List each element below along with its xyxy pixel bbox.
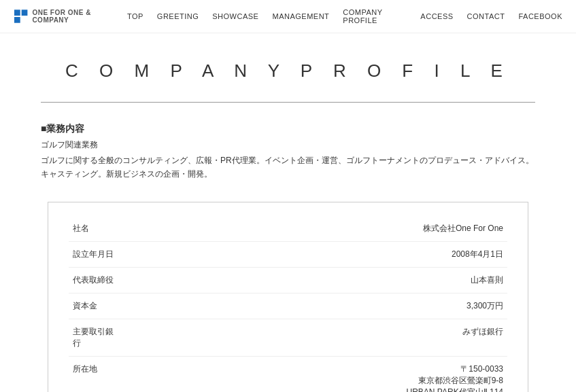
nav-item-contact[interactable]: CONTACT — [467, 12, 505, 20]
business-desc: ゴルフに関する全般のコンサルティング、広報・PR代理業。イベント企画・運営、ゴル… — [41, 154, 535, 181]
nav-item-company_profile[interactable]: COMPANY PROFILE — [343, 8, 407, 24]
table-row: 代表取締役山本喜則 — [69, 267, 507, 293]
table-cell-value: 〒150-0033 東京都渋谷区鶯楽町9-8 URBAN PARK代官山Ⅱ 11… — [177, 356, 507, 392]
table-cell-value: 株式会社One For One — [177, 216, 507, 242]
title-divider — [41, 102, 535, 103]
table-cell-label: 所在地 — [69, 356, 177, 392]
profile-table: 社名株式会社One For One設立年月日2008年4月1日代表取締役山本喜則… — [69, 216, 507, 392]
table-cell-label: 社名 — [69, 216, 177, 242]
nav-item-access[interactable]: ACCESS — [420, 12, 453, 20]
svg-rect-0 — [14, 10, 20, 16]
table-cell-value: 2008年4月1日 — [177, 241, 507, 267]
table-cell-label: 主要取引銀 行 — [69, 319, 177, 356]
table-cell-label: 設立年月日 — [69, 241, 177, 267]
table-row: 所在地〒150-0033 東京都渋谷区鶯楽町9-8 URBAN PARK代官山Ⅱ… — [69, 356, 507, 392]
nav-item-top[interactable]: TOP — [127, 12, 143, 20]
page-title: C O M P A N Y P R O F I L E — [41, 60, 535, 82]
svg-rect-2 — [14, 17, 20, 23]
table-row: 設立年月日2008年4月1日 — [69, 241, 507, 267]
header: ONE FOR ONE & COMPANY TOPGREETINGSHOWCAS… — [0, 0, 576, 33]
table-row: 主要取引銀 行みずほ銀行 — [69, 319, 507, 356]
logo-area: ONE FOR ONE & COMPANY — [14, 9, 127, 24]
table-cell-value: 3,300万円 — [177, 293, 507, 319]
logo-text: ONE FOR ONE & COMPANY — [32, 9, 127, 24]
logo-icon — [14, 9, 28, 24]
nav-item-facebook[interactable]: FACEBOOK — [518, 12, 562, 20]
table-cell-label: 資本金 — [69, 293, 177, 319]
business-sub: ゴルフ関連業務 — [41, 139, 535, 151]
svg-rect-1 — [22, 10, 28, 16]
table-cell-value: 山本喜則 — [177, 267, 507, 293]
table-row: 社名株式会社One For One — [69, 216, 507, 242]
business-section: ■業務内容 ゴルフ関連業務 ゴルフに関する全般のコンサルティング、広報・PR代理… — [41, 123, 535, 181]
table-cell-value: みずほ銀行 — [177, 319, 507, 356]
section-heading: ■業務内容 — [41, 123, 535, 135]
content: C O M P A N Y P R O F I L E ■業務内容 ゴルフ関連業… — [0, 33, 576, 392]
profile-box: 社名株式会社One For One設立年月日2008年4月1日代表取締役山本喜則… — [48, 202, 528, 392]
nav: TOPGREETINGSHOWCASEMANAGEMENTCOMPANY PRO… — [127, 8, 562, 24]
table-cell-label: 代表取締役 — [69, 267, 177, 293]
nav-item-showcase[interactable]: SHOWCASE — [212, 12, 258, 20]
nav-item-management[interactable]: MANAGEMENT — [272, 12, 329, 20]
page-title-area: C O M P A N Y P R O F I L E — [41, 60, 535, 82]
nav-item-greeting[interactable]: GREETING — [157, 12, 199, 20]
table-row: 資本金3,300万円 — [69, 293, 507, 319]
